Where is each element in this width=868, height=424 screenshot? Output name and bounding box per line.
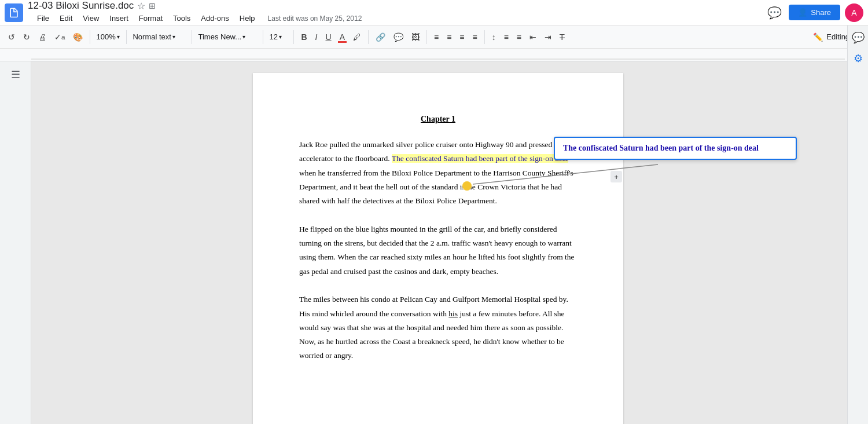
doc-title-area: 12-03 Biloxi Sunrise.doc ☆ ⊞ (28, 0, 362, 12)
chat-icon[interactable]: 💬 (852, 31, 865, 44)
separator-5 (293, 30, 294, 44)
size-chevron: ▾ (279, 34, 282, 40)
font-select[interactable]: Times New... ▾ (196, 31, 259, 43)
left-panel: ☰ (0, 61, 31, 424)
avatar[interactable]: A (845, 3, 863, 22)
separator-4 (263, 30, 263, 44)
italic-button[interactable]: I (312, 30, 321, 44)
separator-3 (192, 30, 192, 44)
ruler (0, 49, 868, 61)
menu-format[interactable]: Format (134, 12, 167, 25)
separator-7 (426, 30, 427, 44)
link-button[interactable]: 🔗 (372, 30, 389, 44)
paint-format-button[interactable]: 🎨 (69, 30, 86, 44)
font-value: Times New... (198, 32, 241, 41)
his-underline: his (448, 309, 458, 318)
pencil-icon: ✏️ (813, 32, 823, 42)
increase-indent-button[interactable]: ⇥ (541, 30, 555, 44)
menu-view[interactable]: View (78, 12, 104, 25)
zoom-value: 100% (96, 32, 115, 41)
zoom-chevron: ▾ (117, 34, 120, 40)
chapter-title: Chapter 1 (299, 115, 577, 124)
last-edit: Last edit was on May 25, 2012 (268, 14, 362, 23)
highlight-button[interactable]: 🖊 (350, 30, 365, 44)
para1-cont: when he transferred from the Biloxi Poli… (299, 169, 573, 206)
doc-title[interactable]: 12-03 Biloxi Sunrise.doc (28, 0, 134, 12)
body-text: Jack Roe pulled the unmarked silver poli… (299, 138, 577, 363)
folder-icon[interactable]: ⊞ (149, 1, 156, 10)
ruler-numbers (31, 49, 845, 61)
settings-icon[interactable]: ⚙ (854, 52, 863, 65)
menu-help[interactable]: Help (235, 12, 260, 25)
style-value: Normal text (133, 32, 171, 41)
align-left-button[interactable]: ≡ (431, 30, 442, 44)
underline-button[interactable]: U (322, 30, 335, 44)
numbered-list-button[interactable]: ≡ (501, 30, 512, 44)
share-icon: 👤 (798, 8, 807, 17)
justify-button[interactable]: ≡ (469, 30, 480, 44)
align-center-button[interactable]: ≡ (443, 30, 455, 44)
style-select[interactable]: Normal text ▾ (130, 31, 188, 43)
redo-button[interactable]: ↻ (20, 30, 34, 44)
paragraph-1: Jack Roe pulled the unmarked silver poli… (299, 138, 577, 208)
paragraph-3: The miles between his condo at Pelican C… (299, 293, 577, 363)
size-value: 12 (269, 32, 277, 41)
app-icon[interactable] (5, 3, 23, 22)
spellcheck-button[interactable]: ✓a (51, 30, 68, 44)
add-comment-button-1[interactable]: + (610, 171, 622, 182)
menu-addons[interactable]: Add-ons (196, 12, 233, 25)
font-chevron: ▾ (242, 34, 245, 40)
share-button[interactable]: 👤 Share (789, 5, 840, 20)
tooltip-text: The confiscated Saturn had been part of … (563, 144, 759, 152)
align-right-button[interactable]: ≡ (456, 30, 468, 44)
top-bar: 12-03 Biloxi Sunrise.doc ☆ ⊞ File Edit V… (0, 0, 868, 25)
editing-mode-label: Editing (826, 32, 849, 41)
menu-insert[interactable]: Insert (105, 12, 133, 25)
image-button[interactable]: 🖼 (408, 30, 423, 44)
separator-8 (484, 30, 485, 44)
separator-2 (126, 30, 127, 44)
zoom-select[interactable]: 100% ▾ (94, 31, 123, 43)
outline-icon[interactable]: ☰ (11, 68, 20, 81)
separator-6 (368, 30, 369, 44)
print-button[interactable]: 🖨 (35, 30, 50, 44)
decrease-indent-button[interactable]: ⇤ (526, 30, 540, 44)
menu-bar: File Edit View Insert Format Tools Add-o… (32, 12, 362, 25)
para3-text: The miles between his condo at Pelican C… (299, 295, 568, 360)
highlighted-sentence: The confiscated Saturn had been part of … (392, 154, 568, 163)
toolbar: ↺ ↻ 🖨 ✓a 🎨 100% ▾ Normal text ▾ Times Ne… (0, 25, 868, 49)
undo-button[interactable]: ↺ (5, 30, 19, 44)
yellow-dot (462, 181, 472, 191)
bullet-list-button[interactable]: ≡ (513, 30, 525, 44)
tooltip-popup: The confiscated Saturn had been part of … (554, 137, 797, 160)
top-bar-right: 💬 👤 Share A (765, 3, 863, 22)
separator-1 (90, 30, 90, 44)
right-side-icons: 💬 ⚙ (847, 25, 868, 424)
bold-button[interactable]: B (297, 30, 310, 44)
size-select[interactable]: 12 ▾ (267, 31, 290, 43)
comment-insert-button[interactable]: 💬 (390, 30, 407, 44)
comment-button[interactable]: 💬 (765, 3, 784, 22)
share-label: Share (811, 8, 831, 17)
menu-tools[interactable]: Tools (168, 12, 195, 25)
clear-format-button[interactable]: T̶ (556, 30, 568, 44)
line-spacing-button[interactable]: ↕ (488, 30, 499, 44)
style-chevron: ▾ (172, 34, 175, 40)
paragraph-2: He flipped on the blue lights mounted in… (299, 222, 577, 279)
page: Chapter 1 Jack Roe pulled the unmarked s… (253, 73, 623, 424)
menu-file[interactable]: File (32, 12, 54, 25)
text-color-button[interactable]: A (336, 30, 348, 44)
star-icon[interactable]: ☆ (137, 1, 145, 12)
doc-area: Chapter 1 Jack Roe pulled the unmarked s… (31, 61, 845, 424)
menu-edit[interactable]: Edit (55, 12, 77, 25)
